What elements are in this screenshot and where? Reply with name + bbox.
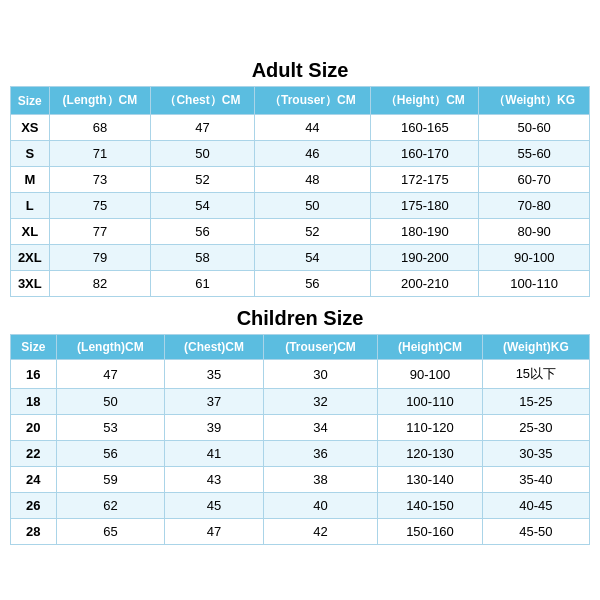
table-cell: 180-190 (371, 219, 479, 245)
table-cell: 53 (56, 415, 164, 441)
table-cell: 65 (56, 519, 164, 545)
table-cell: 56 (151, 219, 254, 245)
table-row: 28654742150-16045-50 (11, 519, 590, 545)
table-cell: 52 (151, 167, 254, 193)
table-cell: M (11, 167, 50, 193)
table-row: S715046160-17055-60 (11, 141, 590, 167)
table-cell: 50-60 (479, 115, 590, 141)
table-cell: 35 (165, 360, 264, 389)
table-cell: 41 (165, 441, 264, 467)
table-row: M735248172-17560-70 (11, 167, 590, 193)
table-cell: 120-130 (378, 441, 483, 467)
table-cell: 50 (254, 193, 371, 219)
table-cell: S (11, 141, 50, 167)
children-size-table: Size(Length)CM(Chest)CM(Trouser)CM(Heigh… (10, 334, 590, 545)
table-cell: 55-60 (479, 141, 590, 167)
adult-header-cell: （Chest）CM (151, 87, 254, 115)
table-cell: 48 (254, 167, 371, 193)
table-cell: 16 (11, 360, 57, 389)
table-cell: 46 (254, 141, 371, 167)
children-header-cell: (Chest)CM (165, 335, 264, 360)
table-cell: 45 (165, 493, 264, 519)
table-cell: 62 (56, 493, 164, 519)
table-cell: 47 (151, 115, 254, 141)
table-cell: XL (11, 219, 50, 245)
table-cell: 140-150 (378, 493, 483, 519)
table-cell: 40-45 (482, 493, 589, 519)
table-row: L755450175-18070-80 (11, 193, 590, 219)
table-row: 1647353090-10015以下 (11, 360, 590, 389)
table-cell: 47 (56, 360, 164, 389)
adult-header-cell: （Height）CM (371, 87, 479, 115)
adult-header-row: Size(Length）CM（Chest）CM（Trouser）CM（Heigh… (11, 87, 590, 115)
table-cell: 50 (151, 141, 254, 167)
table-cell: 24 (11, 467, 57, 493)
table-cell: 150-160 (378, 519, 483, 545)
table-cell: 43 (165, 467, 264, 493)
table-cell: 75 (49, 193, 151, 219)
adult-table-body: XS684744160-16550-60S715046160-17055-60M… (11, 115, 590, 297)
table-row: 18503732100-11015-25 (11, 389, 590, 415)
table-row: XS684744160-16550-60 (11, 115, 590, 141)
table-cell: 15以下 (482, 360, 589, 389)
children-header-cell: (Weight)KG (482, 335, 589, 360)
table-cell: 18 (11, 389, 57, 415)
table-cell: 39 (165, 415, 264, 441)
table-cell: 82 (49, 271, 151, 297)
table-cell: 100-110 (378, 389, 483, 415)
table-cell: 3XL (11, 271, 50, 297)
table-cell: 60-70 (479, 167, 590, 193)
table-row: XL775652180-19080-90 (11, 219, 590, 245)
table-cell: 26 (11, 493, 57, 519)
table-cell: 200-210 (371, 271, 479, 297)
table-cell: 32 (263, 389, 377, 415)
table-cell: 40 (263, 493, 377, 519)
table-row: 2XL795854190-20090-100 (11, 245, 590, 271)
table-cell: 30 (263, 360, 377, 389)
table-cell: 90-100 (378, 360, 483, 389)
table-cell: 50 (56, 389, 164, 415)
table-cell: 56 (254, 271, 371, 297)
table-cell: 42 (263, 519, 377, 545)
table-cell: 58 (151, 245, 254, 271)
adult-size-table: Size(Length）CM（Chest）CM（Trouser）CM（Heigh… (10, 86, 590, 297)
table-cell: 130-140 (378, 467, 483, 493)
table-cell: 2XL (11, 245, 50, 271)
table-cell: 20 (11, 415, 57, 441)
adult-header-cell: （Weight）KG (479, 87, 590, 115)
table-cell: L (11, 193, 50, 219)
table-cell: 30-35 (482, 441, 589, 467)
children-table-header: Size(Length)CM(Chest)CM(Trouser)CM(Heigh… (11, 335, 590, 360)
table-row: 24594338130-14035-40 (11, 467, 590, 493)
children-header-cell: (Length)CM (56, 335, 164, 360)
table-cell: 175-180 (371, 193, 479, 219)
table-cell: 47 (165, 519, 264, 545)
adult-header-cell: Size (11, 87, 50, 115)
table-cell: 110-120 (378, 415, 483, 441)
children-header-cell: Size (11, 335, 57, 360)
table-cell: 100-110 (479, 271, 590, 297)
table-cell: 28 (11, 519, 57, 545)
table-cell: 22 (11, 441, 57, 467)
table-cell: 77 (49, 219, 151, 245)
children-header-cell: (Height)CM (378, 335, 483, 360)
table-row: 3XL826156200-210100-110 (11, 271, 590, 297)
table-cell: 70-80 (479, 193, 590, 219)
size-chart-container: Adult Size Size(Length）CM（Chest）CM（Trous… (10, 53, 590, 547)
table-cell: 79 (49, 245, 151, 271)
table-cell: 160-165 (371, 115, 479, 141)
table-cell: 172-175 (371, 167, 479, 193)
table-cell: 160-170 (371, 141, 479, 167)
table-cell: 54 (254, 245, 371, 271)
table-cell: 80-90 (479, 219, 590, 245)
table-cell: 52 (254, 219, 371, 245)
children-header-row: Size(Length)CM(Chest)CM(Trouser)CM(Heigh… (11, 335, 590, 360)
table-cell: 59 (56, 467, 164, 493)
adult-header-cell: （Trouser）CM (254, 87, 371, 115)
table-cell: 73 (49, 167, 151, 193)
table-cell: 190-200 (371, 245, 479, 271)
adult-header-cell: (Length）CM (49, 87, 151, 115)
table-cell: 61 (151, 271, 254, 297)
table-cell: 54 (151, 193, 254, 219)
adult-table-header: Size(Length）CM（Chest）CM（Trouser）CM（Heigh… (11, 87, 590, 115)
